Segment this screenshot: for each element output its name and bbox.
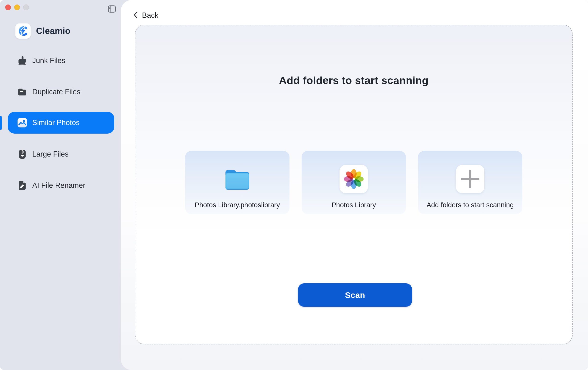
sidebar-toggle-icon xyxy=(108,5,116,14)
scan-button[interactable]: Scan xyxy=(298,283,412,307)
card-label: Photos Library.photoslibrary xyxy=(195,201,280,209)
scan-button-label: Scan xyxy=(345,290,365,300)
main-pane: Back Add folders to start scanning xyxy=(121,0,588,370)
chevron-left-icon xyxy=(133,11,138,20)
archive-file-icon xyxy=(17,149,28,160)
sidebar-toggle-button[interactable] xyxy=(107,5,116,14)
sidebar-item-label: Junk Files xyxy=(32,56,65,65)
sidebar-item-duplicate-files[interactable]: Duplicate Files xyxy=(8,81,114,103)
card-add-folders[interactable]: Add folders to start scanning xyxy=(418,151,522,214)
folder-drop-zone[interactable]: Add folders to start scanning xyxy=(135,25,573,344)
photos-app-tile xyxy=(339,165,368,193)
sidebar-item-large-files[interactable]: Large Files xyxy=(8,143,114,165)
sidebar-item-label: AI File Renamer xyxy=(32,181,85,190)
sidebar-item-label: Large Files xyxy=(32,150,69,159)
app-window: Cleamio Junk Files xyxy=(0,0,588,370)
blue-folder-icon xyxy=(225,164,250,194)
page-title: Add folders to start scanning xyxy=(135,74,572,87)
similar-photos-icon xyxy=(17,118,28,128)
rename-file-icon xyxy=(17,180,28,191)
minimize-button[interactable] xyxy=(14,4,20,10)
sidebar: Cleamio Junk Files xyxy=(0,0,121,370)
close-button[interactable] xyxy=(5,4,11,10)
sidebar-item-label: Duplicate Files xyxy=(32,88,80,96)
plus-icon-slot xyxy=(456,164,484,194)
plus-icon xyxy=(456,165,484,193)
window-controls xyxy=(5,4,29,10)
app-name: Cleamio xyxy=(36,26,70,36)
duplicate-folder-icon xyxy=(17,87,28,97)
card-label: Add folders to start scanning xyxy=(427,201,514,209)
sidebar-item-ai-file-renamer[interactable]: AI File Renamer xyxy=(8,175,114,196)
card-photos-library-package[interactable]: Photos Library.photoslibrary xyxy=(185,151,290,214)
active-item-indicator xyxy=(0,116,2,130)
cleamio-logo-icon xyxy=(15,23,31,39)
source-cards-row: Photos Library.photoslibrary xyxy=(135,151,572,214)
fullscreen-button[interactable] xyxy=(23,4,29,10)
sidebar-item-similar-photos[interactable]: Similar Photos xyxy=(8,112,114,134)
back-button-label: Back xyxy=(142,11,158,20)
card-photos-library[interactable]: Photos Library xyxy=(302,151,406,214)
sidebar-item-junk-files[interactable]: Junk Files xyxy=(8,50,114,71)
app-brand: Cleamio xyxy=(15,23,70,39)
card-label: Photos Library xyxy=(332,201,376,209)
photos-app-icon xyxy=(339,164,368,194)
sidebar-item-label: Similar Photos xyxy=(32,119,80,127)
broom-icon xyxy=(17,55,28,66)
back-button[interactable]: Back xyxy=(131,10,161,21)
